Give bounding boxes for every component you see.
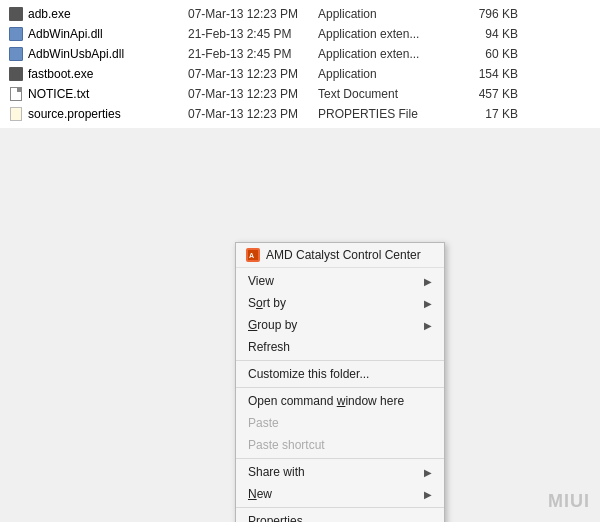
file-list: adb.exe07-Mar-13 12:23 PMApplication796 …	[0, 0, 600, 128]
menu-item-properties[interactable]: Properties	[236, 510, 444, 522]
table-row[interactable]: AdbWinApi.dll21-Feb-13 2:45 PMApplicatio…	[0, 24, 600, 44]
submenu-arrow-icon: ▶	[424, 489, 432, 500]
table-row[interactable]: NOTICE.txt07-Mar-13 12:23 PMText Documen…	[0, 84, 600, 104]
file-size: 60 KB	[448, 47, 518, 61]
file-size: 17 KB	[448, 107, 518, 121]
file-size: 457 KB	[448, 87, 518, 101]
file-type: Application	[318, 67, 448, 81]
file-size: 796 KB	[448, 7, 518, 21]
table-row[interactable]: source.properties07-Mar-13 12:23 PMPROPE…	[0, 104, 600, 124]
menu-item-new[interactable]: New▶	[236, 483, 444, 505]
menu-item-label: Paste	[248, 416, 432, 430]
table-row[interactable]: fastboot.exe07-Mar-13 12:23 PMApplicatio…	[0, 64, 600, 84]
exe-icon	[8, 66, 24, 82]
file-name: source.properties	[28, 107, 188, 121]
file-name: NOTICE.txt	[28, 87, 188, 101]
menu-section: Share with▶New▶	[236, 459, 444, 508]
file-name: fastboot.exe	[28, 67, 188, 81]
menu-item-refresh[interactable]: Refresh	[236, 336, 444, 358]
file-size: 94 KB	[448, 27, 518, 41]
exe-icon	[8, 6, 24, 22]
file-date: 21-Feb-13 2:45 PM	[188, 47, 318, 61]
table-row[interactable]: AdbWinUsbApi.dll21-Feb-13 2:45 PMApplica…	[0, 44, 600, 64]
file-name: AdbWinApi.dll	[28, 27, 188, 41]
file-date: 07-Mar-13 12:23 PM	[188, 67, 318, 81]
table-row[interactable]: adb.exe07-Mar-13 12:23 PMApplication796 …	[0, 4, 600, 24]
menu-item-label: Open command window here	[248, 394, 432, 408]
file-date: 07-Mar-13 12:23 PM	[188, 107, 318, 121]
menu-item-label: New	[248, 487, 424, 501]
file-size: 154 KB	[448, 67, 518, 81]
menu-item-paste: Paste	[236, 412, 444, 434]
file-date: 07-Mar-13 12:23 PM	[188, 7, 318, 21]
menu-item-view[interactable]: View▶	[236, 270, 444, 292]
submenu-arrow-icon: ▶	[424, 298, 432, 309]
menu-item-label: Properties	[248, 514, 432, 522]
txt-icon	[8, 86, 24, 102]
menu-item-label: Sort by	[248, 296, 424, 310]
svg-text:A: A	[249, 252, 254, 259]
menu-item-group-by[interactable]: Group by▶	[236, 314, 444, 336]
file-type: PROPERTIES File	[318, 107, 448, 121]
menu-item-open-command-window-here[interactable]: Open command window here	[236, 390, 444, 412]
menu-item-label: View	[248, 274, 424, 288]
menu-section: Properties	[236, 508, 444, 522]
menu-item-label: Share with	[248, 465, 424, 479]
menu-item-label: Paste shortcut	[248, 438, 432, 452]
amd-icon: A	[246, 248, 260, 262]
file-type: Application exten...	[318, 27, 448, 41]
props-icon	[8, 106, 24, 122]
menu-item-label: Refresh	[248, 340, 432, 354]
submenu-arrow-icon: ▶	[424, 276, 432, 287]
context-menu-header: AAMD Catalyst Control Center	[236, 243, 444, 268]
menu-item-paste-shortcut: Paste shortcut	[236, 434, 444, 456]
menu-section: Open command window herePastePaste short…	[236, 388, 444, 459]
menu-item-label: Customize this folder...	[248, 367, 432, 381]
submenu-arrow-icon: ▶	[424, 320, 432, 331]
menu-item-customize-this-folder[interactable]: Customize this folder...	[236, 363, 444, 385]
file-name: adb.exe	[28, 7, 188, 21]
menu-item-label: Group by	[248, 318, 424, 332]
file-name: AdbWinUsbApi.dll	[28, 47, 188, 61]
file-date: 07-Mar-13 12:23 PM	[188, 87, 318, 101]
file-date: 21-Feb-13 2:45 PM	[188, 27, 318, 41]
file-type: Text Document	[318, 87, 448, 101]
context-menu: AAMD Catalyst Control CenterView▶Sort by…	[235, 242, 445, 522]
submenu-arrow-icon: ▶	[424, 467, 432, 478]
file-type: Application exten...	[318, 47, 448, 61]
menu-item-share-with[interactable]: Share with▶	[236, 461, 444, 483]
menu-section: Customize this folder...	[236, 361, 444, 388]
menu-section: View▶Sort by▶Group by▶Refresh	[236, 268, 444, 361]
file-type: Application	[318, 7, 448, 21]
dll-icon	[8, 46, 24, 62]
context-menu-header-label: AMD Catalyst Control Center	[266, 248, 421, 262]
watermark: MIUI	[548, 491, 590, 512]
menu-item-sort-by[interactable]: Sort by▶	[236, 292, 444, 314]
dll-icon	[8, 26, 24, 42]
